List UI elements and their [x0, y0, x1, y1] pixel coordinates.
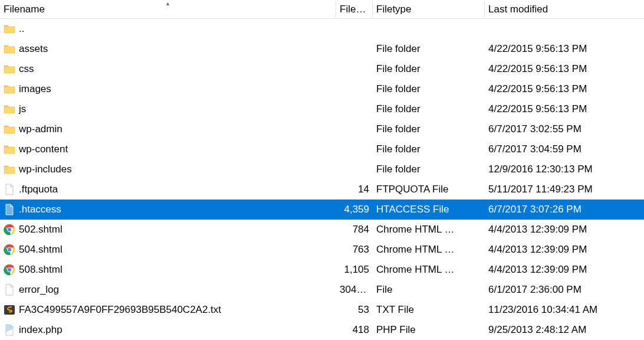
file-icon [4, 284, 15, 296]
filename-cell[interactable]: 508.shtml [0, 264, 336, 276]
column-header-filesize[interactable]: File… [336, 1, 373, 18]
table-row[interactable]: .. [0, 19, 644, 39]
lastmodified-cell: 6/7/2017 3:02:55 PM [485, 123, 644, 135]
chrome-icon [4, 244, 15, 256]
folder-icon [4, 103, 15, 115]
table-row[interactable]: cssFile folder4/22/2015 9:56:13 PM [0, 59, 644, 79]
folder-icon [4, 23, 15, 35]
filesize-cell: 418 [336, 324, 373, 336]
chrome-icon [4, 244, 15, 256]
column-header-label: Last modified [488, 4, 548, 15]
folder-icon [4, 83, 15, 95]
php-icon [4, 324, 15, 336]
filetype-cell: File folder [373, 103, 485, 115]
table-row[interactable]: 504.shtml763Chrome HTML …4/4/2013 12:39:… [0, 240, 644, 260]
column-header-filetype[interactable]: Filetype [373, 1, 485, 18]
folder-icon [4, 164, 15, 175]
file-icon [4, 184, 15, 195]
lastmodified-cell: 4/22/2015 9:56:13 PM [485, 83, 644, 95]
column-header-row: Filename ▴ File… Filetype Last modified [0, 0, 644, 19]
folder-icon [4, 164, 15, 175]
filetype-cell: Chrome HTML … [373, 244, 485, 256]
folder-icon [4, 23, 15, 35]
lastmodified-cell: 4/4/2013 12:39:09 PM [485, 264, 644, 276]
table-row[interactable]: 502.shtml784Chrome HTML …4/4/2013 12:39:… [0, 220, 644, 240]
filename-label: assets [19, 43, 48, 55]
lastmodified-cell: 5/11/2017 11:49:23 PM [485, 184, 644, 195]
file-icon [4, 284, 15, 296]
filename-cell[interactable]: 504.shtml [0, 244, 336, 256]
filetype-cell: Chrome HTML … [373, 224, 485, 236]
filesize-cell: 14 [336, 184, 373, 195]
filetype-cell: TXT File [373, 304, 485, 316]
filename-cell[interactable]: .htaccess [0, 204, 336, 215]
chrome-icon [4, 224, 15, 236]
filetype-cell: File folder [373, 63, 485, 75]
filename-cell[interactable]: js [0, 103, 336, 115]
filename-label: .ftpquota [19, 184, 58, 195]
filename-cell[interactable]: assets [0, 43, 336, 55]
filename-cell[interactable]: index.php [0, 324, 336, 336]
filename-cell[interactable]: images [0, 83, 336, 95]
lastmodified-cell: 6/7/2017 3:04:59 PM [485, 143, 644, 155]
folder-icon [4, 63, 15, 75]
table-row[interactable]: wp-contentFile folder6/7/2017 3:04:59 PM [0, 139, 644, 159]
filetype-cell: File [373, 284, 485, 296]
column-header-filename[interactable]: Filename ▴ [0, 1, 336, 18]
lastmodified-cell: 4/4/2013 12:39:09 PM [485, 244, 644, 256]
column-header-label: Filetype [376, 4, 412, 15]
table-row[interactable]: FA3C499557A9F0FF29693B95B540C2A2.txt53TX… [0, 300, 644, 320]
filetype-cell: File folder [373, 164, 485, 175]
table-row[interactable]: .ftpquota14FTPQUOTA File5/11/2017 11:49:… [0, 179, 644, 200]
file-icon [4, 184, 15, 195]
text-editor-icon [4, 304, 15, 316]
table-row[interactable]: .htaccess4,359HTACCESS File6/7/2017 3:07… [0, 200, 644, 220]
filename-cell[interactable]: .ftpquota [0, 184, 336, 195]
table-row[interactable]: jsFile folder4/22/2015 9:56:13 PM [0, 99, 644, 119]
chrome-icon [4, 264, 15, 276]
filename-label: js [19, 103, 26, 115]
folder-icon [4, 43, 15, 55]
filename-cell[interactable]: css [0, 63, 336, 75]
column-header-lastmodified[interactable]: Last modified [485, 1, 644, 18]
filename-label: .. [19, 23, 24, 35]
filename-cell[interactable]: wp-admin [0, 123, 336, 135]
filename-cell[interactable]: wp-content [0, 143, 336, 155]
file-icon [4, 204, 15, 215]
table-row[interactable]: imagesFile folder4/22/2015 9:56:13 PM [0, 79, 644, 99]
filename-cell[interactable]: error_log [0, 284, 336, 296]
filename-cell[interactable]: wp-includes [0, 164, 336, 175]
filetype-cell: FTPQUOTA File [373, 184, 485, 195]
lastmodified-cell: 4/22/2015 9:56:13 PM [485, 103, 644, 115]
lastmodified-cell: 4/22/2015 9:56:13 PM [485, 43, 644, 55]
table-row[interactable]: assetsFile folder4/22/2015 9:56:13 PM [0, 39, 644, 59]
lastmodified-cell: 6/7/2017 3:07:26 PM [485, 204, 644, 215]
filetype-cell: File folder [373, 123, 485, 135]
filename-label: FA3C499557A9F0FF29693B95B540C2A2.txt [19, 304, 221, 316]
lastmodified-cell: 4/4/2013 12:39:09 PM [485, 224, 644, 236]
folder-icon [4, 83, 15, 95]
folder-icon [4, 143, 15, 155]
php-file-icon [4, 324, 15, 336]
table-row[interactable]: error_log304,…File6/1/2017 2:36:00 PM [0, 280, 644, 300]
table-row[interactable]: index.php418PHP File9/25/2013 2:48:12 AM [0, 320, 644, 340]
filename-label: css [19, 63, 34, 75]
filename-cell[interactable]: FA3C499557A9F0FF29693B95B540C2A2.txt [0, 304, 336, 316]
filetype-cell: File folder [373, 43, 485, 55]
lastmodified-cell: 9/25/2013 2:48:12 AM [485, 324, 644, 336]
filename-cell[interactable]: .. [0, 23, 336, 35]
table-row[interactable]: wp-adminFile folder6/7/2017 3:02:55 PM [0, 119, 644, 139]
lastmodified-cell: 6/1/2017 2:36:00 PM [485, 284, 644, 296]
filesize-cell: 4,359 [336, 204, 373, 215]
filename-cell[interactable]: 502.shtml [0, 224, 336, 236]
table-row[interactable]: 508.shtml1,105Chrome HTML …4/4/2013 12:3… [0, 260, 644, 280]
filename-label: index.php [19, 324, 63, 336]
filename-label: 502.shtml [19, 224, 63, 236]
file-icon [4, 204, 15, 215]
filetype-cell: PHP File [373, 324, 485, 336]
filename-label: wp-includes [19, 164, 72, 175]
table-row[interactable]: wp-includesFile folder12/9/2016 12:30:13… [0, 159, 644, 179]
filename-label: wp-content [19, 143, 68, 155]
filetype-cell: File folder [373, 83, 485, 95]
lastmodified-cell: 4/22/2015 9:56:13 PM [485, 63, 644, 75]
